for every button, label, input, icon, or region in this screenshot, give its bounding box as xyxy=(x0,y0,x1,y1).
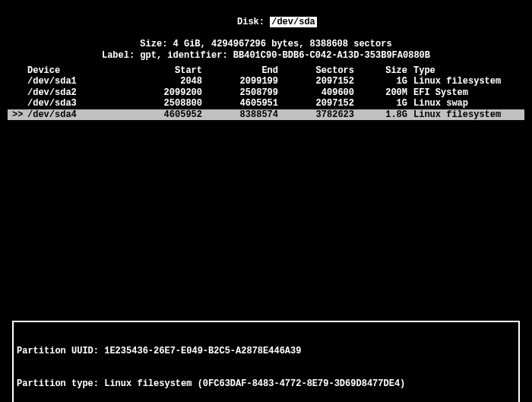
cell-start: 2508800 xyxy=(126,98,202,109)
row-cursor: >> xyxy=(12,109,27,120)
cell-device: /dev/sda1 xyxy=(27,76,126,87)
col-sectors: Sectors xyxy=(278,65,354,76)
row-cursor xyxy=(12,87,27,98)
partition-table: Device Start End Sectors Size Type /dev/… xyxy=(8,65,524,120)
table-row[interactable]: /dev/sda32508800460595120971521GLinux sw… xyxy=(8,98,524,109)
cell-sectors: 409600 xyxy=(278,87,354,98)
cell-start: 2048 xyxy=(126,76,202,87)
partition-info-box: Partition UUID: 1E235436-26E7-E049-B2C5-… xyxy=(12,321,520,402)
cell-start: 2099200 xyxy=(126,87,202,98)
table-row[interactable]: >>/dev/sda44605952838857437826231.8GLinu… xyxy=(8,109,524,120)
cell-type: Linux filesystem xyxy=(407,76,520,87)
row-cursor xyxy=(12,76,27,87)
partition-type: Partition type: Linux filesystem (0FC63D… xyxy=(17,378,515,389)
disk-path: /dev/sda xyxy=(270,17,317,27)
empty-area xyxy=(8,120,524,318)
cell-size: 1.8G xyxy=(354,109,407,120)
table-row[interactable]: /dev/sda12048209919920971521GLinux files… xyxy=(8,76,524,87)
cell-end: 2099199 xyxy=(202,76,278,87)
cell-type: Linux filesystem xyxy=(407,109,520,120)
cell-type: Linux swap xyxy=(407,98,520,109)
cell-end: 4605951 xyxy=(202,98,278,109)
cell-device: /dev/sda3 xyxy=(27,98,126,109)
col-end: End xyxy=(202,65,278,76)
partition-uuid: Partition UUID: 1E235436-26E7-E049-B2C5-… xyxy=(17,346,515,356)
cell-type: EFI System xyxy=(407,87,520,98)
disk-size: Size: 4 GiB, 4294967296 bytes, 8388608 s… xyxy=(8,39,524,49)
cell-end: 2508799 xyxy=(202,87,278,98)
cell-size: 200M xyxy=(354,87,407,98)
table-row[interactable]: /dev/sda220992002508799409600200MEFI Sys… xyxy=(8,87,524,98)
disk-label: Disk: xyxy=(237,17,270,27)
col-start: Start xyxy=(126,65,202,76)
header: Disk: /dev/sda Size: 4 GiB, 4294967296 b… xyxy=(8,6,524,61)
cell-sectors: 3782623 xyxy=(278,109,354,120)
cell-start: 4605952 xyxy=(126,109,202,120)
row-cursor xyxy=(12,98,27,109)
table-header: Device Start End Sectors Size Type xyxy=(8,65,524,76)
cell-end: 8388574 xyxy=(202,109,278,120)
cell-size: 1G xyxy=(354,98,407,109)
cell-size: 1G xyxy=(354,76,407,87)
cell-sectors: 2097152 xyxy=(278,98,354,109)
cell-device: /dev/sda2 xyxy=(27,87,126,98)
col-type: Type xyxy=(407,65,520,76)
disk-identifier: Label: gpt, identifier: BB401C90-BDB6-C0… xyxy=(8,50,524,61)
col-size: Size xyxy=(354,65,407,76)
col-device: Device xyxy=(27,65,126,76)
cell-sectors: 2097152 xyxy=(278,76,354,87)
cell-device: /dev/sda4 xyxy=(27,109,126,120)
